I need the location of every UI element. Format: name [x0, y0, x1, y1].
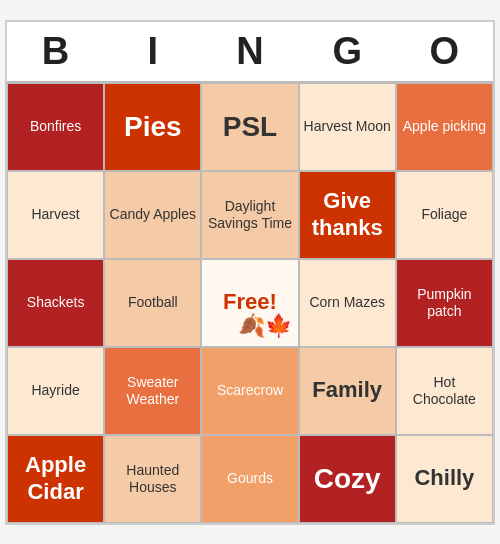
bingo-cell-5: Harvest — [7, 171, 104, 259]
bingo-letter-G: G — [299, 22, 396, 81]
bingo-cell-6: Candy Apples — [104, 171, 201, 259]
bingo-cell-24: Chilly — [396, 435, 493, 523]
bingo-cell-11: Football — [104, 259, 201, 347]
bingo-cell-0: Bonfires — [7, 83, 104, 171]
bingo-cell-4: Apple picking — [396, 83, 493, 171]
bingo-header: BINGO — [7, 22, 493, 81]
bingo-cell-19: Hot Chocolate — [396, 347, 493, 435]
leaf-icon: 🍂🍁 — [238, 313, 292, 339]
bingo-card: BINGO BonfiresPiesPSLHarvest MoonApple p… — [5, 20, 495, 525]
bingo-cell-14: Pumpkin patch — [396, 259, 493, 347]
bingo-letter-B: B — [7, 22, 104, 81]
bingo-cell-3: Harvest Moon — [299, 83, 396, 171]
bingo-cell-20: Apple Cidar — [7, 435, 104, 523]
bingo-cell-23: Cozy — [299, 435, 396, 523]
free-text: Free! — [223, 289, 277, 315]
bingo-cell-18: Family — [299, 347, 396, 435]
bingo-cell-9: Foliage — [396, 171, 493, 259]
bingo-letter-I: I — [104, 22, 201, 81]
bingo-cell-21: Haunted Houses — [104, 435, 201, 523]
bingo-grid: BonfiresPiesPSLHarvest MoonApple picking… — [7, 81, 493, 523]
bingo-cell-2: PSL — [201, 83, 298, 171]
bingo-cell-15: Hayride — [7, 347, 104, 435]
bingo-letter-N: N — [201, 22, 298, 81]
bingo-cell-8: Give thanks — [299, 171, 396, 259]
bingo-cell-17: Scarecrow — [201, 347, 298, 435]
bingo-letter-O: O — [396, 22, 493, 81]
bingo-cell-7: Daylight Savings Time — [201, 171, 298, 259]
bingo-cell-10: Shackets — [7, 259, 104, 347]
bingo-cell-16: Sweater Weather — [104, 347, 201, 435]
bingo-cell-1: Pies — [104, 83, 201, 171]
bingo-cell-12: Free!🍂🍁 — [201, 259, 298, 347]
bingo-cell-22: Gourds — [201, 435, 298, 523]
bingo-cell-13: Corn Mazes — [299, 259, 396, 347]
